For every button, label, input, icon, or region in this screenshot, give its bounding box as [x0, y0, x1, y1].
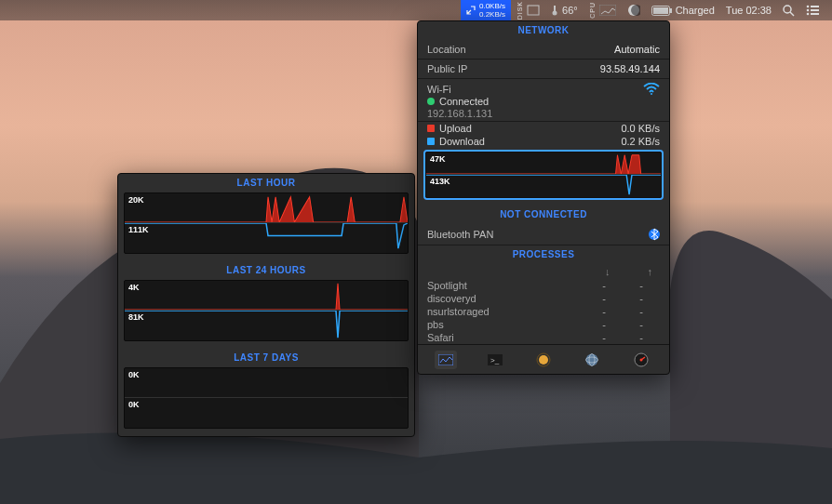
menubar-moon[interactable]: [622, 0, 646, 20]
network-title: NETWORK: [418, 21, 669, 40]
process-row[interactable]: nsurlstoraged--: [418, 305, 669, 318]
menubar-cpu[interactable]: CPU: [584, 0, 622, 20]
svg-rect-2: [554, 6, 556, 12]
tab-terminal[interactable]: >_: [484, 351, 506, 369]
arrow-up-icon: ↑: [648, 266, 653, 277]
list-icon: [806, 5, 819, 16]
process-row[interactable]: Safari--: [418, 331, 669, 344]
svg-point-11: [807, 6, 810, 8]
row-location[interactable]: Location Automatic: [418, 40, 669, 59]
svg-rect-3: [599, 5, 616, 16]
search-icon: [783, 5, 795, 17]
svg-line-10: [790, 12, 794, 16]
svg-text:>_: >_: [490, 356, 500, 365]
section-title-week: LAST 7 DAYS: [118, 349, 414, 367]
menubar-net-down: 0.2KB/s: [479, 10, 505, 19]
menubar-battery[interactable]: Charged: [646, 0, 720, 20]
network-panel: NETWORK Location Automatic Public IP 93.…: [417, 20, 670, 375]
svg-rect-19: [438, 354, 453, 365]
row-btpan[interactable]: Bluetooth PAN: [418, 224, 669, 245]
graph-last-hour: 20K 111K: [124, 192, 409, 254]
not-connected-title: NOT CONNECTED: [418, 206, 669, 224]
thermometer-icon: [551, 5, 558, 16]
week-up-max: 0K: [128, 370, 140, 379]
wifi-icon: [643, 83, 660, 95]
svg-point-17: [651, 93, 652, 95]
row-publicip[interactable]: Public IP 93.58.49.144: [418, 60, 669, 78]
week-down-max: 0K: [128, 400, 140, 409]
process-list: Spotlight--discoveryd--nsurlstoraged--pb…: [418, 279, 669, 344]
menubar-spotlight[interactable]: [777, 0, 800, 20]
svg-rect-16: [811, 13, 819, 15]
history-panel: LAST HOUR 20K 111K LAST 24 HOURS 4K 81K: [117, 173, 415, 437]
wifi-status: Connected: [418, 95, 669, 108]
process-row[interactable]: Spotlight--: [418, 279, 669, 292]
process-row[interactable]: pbs--: [418, 318, 669, 331]
svg-point-9: [784, 6, 791, 13]
row-upload: Upload0.0 KB/s: [418, 122, 669, 135]
process-row[interactable]: discoveryd--: [418, 292, 669, 305]
section-title-day: LAST 24 HOURS: [118, 261, 414, 280]
svg-point-13: [807, 9, 810, 12]
menubar-net-up: 0.0KB/s: [479, 2, 505, 10]
graph-last-24h: 4K 81K: [124, 280, 409, 341]
wifi-ip: 192.168.1.131: [418, 108, 669, 121]
tab-activity[interactable]: [435, 351, 457, 369]
menubar: 0.0KB/s 0.2KB/s DISK 66° CPU Charged Tue…: [0, 0, 832, 20]
processes-header: ↓ ↑: [418, 264, 669, 279]
bluetooth-icon: [649, 228, 660, 241]
svg-rect-14: [811, 9, 819, 11]
menubar-clock[interactable]: Tue 02:38: [720, 0, 777, 20]
sun-icon: [536, 352, 551, 367]
moon-icon: [627, 4, 640, 17]
processes-title: PROCESSES: [418, 245, 669, 264]
live-graph-highlight[interactable]: 47K 413K: [423, 150, 664, 200]
row-download: Download0.2 KB/s: [418, 135, 669, 148]
svg-rect-0: [528, 6, 539, 15]
svg-rect-12: [811, 6, 819, 7]
tab-weather[interactable]: [532, 351, 555, 369]
tab-gauge[interactable]: [630, 351, 652, 369]
menubar-disk[interactable]: DISK: [511, 0, 545, 20]
graph-last-7d: 0K 0K: [124, 367, 409, 429]
panel-tabs: >_: [418, 344, 669, 374]
menubar-temp[interactable]: 66°: [545, 0, 584, 20]
menubar-notifications[interactable]: [800, 0, 825, 20]
menubar-network-indicator[interactable]: 0.0KB/s 0.2KB/s: [461, 0, 511, 20]
svg-rect-7: [670, 8, 672, 13]
gauge-icon: [634, 352, 649, 367]
svg-rect-8: [653, 7, 668, 14]
tab-globe[interactable]: [581, 351, 603, 369]
svg-point-29: [639, 359, 642, 362]
svg-point-24: [586, 354, 598, 366]
expand-icon: [466, 6, 476, 15]
section-title-hour: LAST HOUR: [118, 174, 414, 192]
svg-point-15: [807, 13, 810, 16]
svg-point-22: [539, 355, 548, 365]
row-wifi[interactable]: Wi-Fi: [418, 79, 669, 95]
arrow-down-icon: ↓: [605, 266, 611, 277]
battery-icon: [651, 6, 672, 16]
globe-icon: [584, 352, 599, 367]
